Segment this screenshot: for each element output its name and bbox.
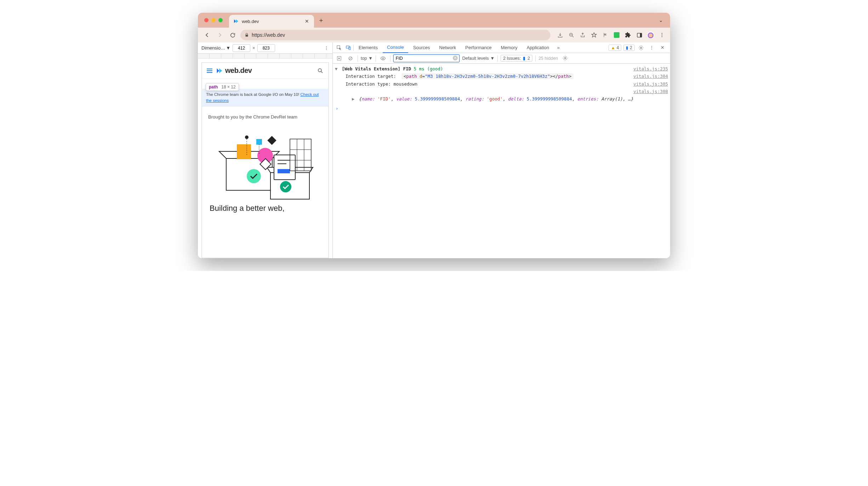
url-toolbar: https://web.dev — [198, 28, 670, 42]
zoom-icon[interactable] — [567, 31, 575, 39]
html-node[interactable]: <path d="M3 18h18v-2H3v2zm0-5h18v-2H3v2z… — [401, 73, 573, 79]
devtools-panel: Elements Console Sources Network Perform… — [333, 42, 670, 258]
banner-text: The Chrome team is back at Google I/O on… — [206, 92, 301, 97]
svg-point-3 — [662, 33, 662, 34]
download-icon[interactable] — [556, 31, 564, 39]
caret-down-icon: ▼ — [226, 45, 230, 51]
preview-brand[interactable]: web.dev — [216, 66, 252, 75]
tab-elements[interactable]: Elements — [354, 42, 382, 53]
log-label: Interaction type: — [346, 81, 391, 87]
minimize-window-button[interactable] — [211, 18, 216, 22]
svg-point-7 — [326, 48, 327, 48]
source-link[interactable]: vitals.js:308 — [629, 88, 668, 95]
svg-rect-15 — [256, 139, 262, 145]
warnings-pill[interactable]: ▲4 — [609, 45, 622, 51]
clear-filter-icon[interactable]: ✕ — [453, 56, 458, 60]
flag-icon[interactable] — [601, 31, 609, 39]
new-tab-button[interactable]: ＋ — [315, 16, 327, 24]
url-text: https://web.dev — [252, 32, 285, 38]
svg-point-29 — [247, 169, 261, 183]
source-link[interactable]: vitals.js:304 — [629, 73, 668, 80]
device-more-icon[interactable] — [324, 46, 329, 51]
tab-network[interactable]: Network — [435, 42, 461, 53]
tab-memory[interactable]: Memory — [497, 42, 522, 53]
ruler — [198, 54, 332, 59]
issues-pill[interactable]: 2 Issues: ▮ 2 — [501, 55, 532, 62]
disclosure-triangle-icon[interactable]: ▶ — [352, 95, 356, 103]
hamburger-icon[interactable] — [207, 69, 212, 73]
svg-point-44 — [382, 58, 384, 59]
extensions-puzzle-icon[interactable] — [624, 31, 632, 39]
settings-gear-icon[interactable] — [637, 44, 645, 52]
svg-point-4 — [662, 35, 662, 35]
maximize-window-button[interactable] — [218, 18, 223, 22]
titlebar: web.dev ✕ ＋ ⌄ — [198, 13, 670, 28]
profile-avatar[interactable] — [647, 31, 655, 39]
devrel-text: Brought to you by the Chrome DevRel team — [202, 106, 329, 123]
log-value: 5 ms (good) — [414, 66, 443, 71]
reload-button[interactable] — [228, 30, 238, 40]
disclosure-triangle-icon[interactable]: ▼ — [335, 65, 339, 73]
viewport-width-input[interactable] — [233, 44, 250, 52]
tab-application[interactable]: Application — [522, 42, 554, 53]
messages-count: 2 — [630, 45, 632, 50]
device-toggle-icon[interactable] — [344, 44, 353, 52]
forward-button[interactable] — [215, 30, 225, 40]
svg-point-5 — [662, 36, 662, 37]
filter-wrap: ✕ — [393, 54, 459, 62]
inspect-icon[interactable] — [335, 44, 343, 52]
log-label: Interaction target: — [346, 74, 396, 79]
share-icon[interactable] — [579, 31, 587, 39]
log-levels-select[interactable]: Default levels▼ — [462, 56, 495, 61]
caret-down-icon: ▼ — [368, 56, 372, 61]
console-settings-gear-icon[interactable] — [561, 54, 569, 63]
viewport-height-input[interactable] — [257, 44, 275, 52]
kebab-menu-icon[interactable] — [658, 31, 666, 39]
log-object[interactable]: ▶ {name: 'FID', value: 5.399999998509884… — [335, 95, 668, 103]
svg-rect-17 — [267, 136, 276, 145]
source-link[interactable]: vitals.js:305 — [629, 80, 668, 88]
browser-window: web.dev ✕ ＋ ⌄ https://web.dev — [198, 13, 670, 258]
live-expression-eye-icon[interactable] — [379, 54, 387, 63]
tab-list-caret-icon[interactable]: ⌄ — [659, 17, 663, 23]
browser-tab[interactable]: web.dev ✕ — [229, 15, 314, 28]
log-metric: FID — [403, 66, 411, 71]
devtools-close-icon[interactable]: ✕ — [658, 44, 667, 52]
issues-count: 2 — [527, 56, 530, 61]
sidepanel-icon[interactable] — [635, 31, 643, 39]
more-tabs-icon[interactable]: » — [554, 44, 563, 52]
tab-favicon — [233, 18, 239, 24]
search-icon[interactable] — [317, 68, 324, 74]
execution-play-icon[interactable] — [335, 54, 343, 63]
console-filter-input[interactable] — [393, 54, 459, 62]
svg-rect-13 — [237, 144, 251, 159]
tooltip-element: path — [209, 85, 218, 89]
back-button[interactable] — [202, 30, 212, 40]
clear-console-icon[interactable] — [346, 54, 355, 63]
console-output[interactable]: ▼ [Web Vitals Extension] FID 5 ms (good)… — [333, 64, 670, 258]
svg-point-30 — [280, 181, 291, 192]
tab-console[interactable]: Console — [383, 42, 408, 53]
close-window-button[interactable] — [204, 18, 209, 22]
source-link[interactable]: vitals.js:235 — [629, 65, 668, 73]
messages-pill[interactable]: ▮2 — [623, 45, 635, 51]
mobile-preview: web.dev path 18 × 12 The Chrome team is … — [201, 62, 329, 258]
tab-sources[interactable]: Sources — [409, 42, 434, 53]
tooltip-dimensions: 18 × 12 — [221, 85, 235, 89]
context-select[interactable]: top▼ — [361, 56, 373, 61]
dimension-separator: × — [252, 45, 255, 51]
hero-illustration — [216, 123, 315, 201]
preview-header: web.dev — [202, 63, 329, 79]
log-levels-label: Default levels — [462, 56, 489, 61]
bookmark-star-icon[interactable] — [590, 31, 598, 39]
hidden-count[interactable]: 25 hidden — [538, 56, 558, 61]
device-select[interactable]: Dimensio… ▼ — [201, 45, 230, 51]
console-prompt[interactable]: › — [335, 105, 668, 112]
tab-close-icon[interactable]: ✕ — [305, 18, 309, 24]
address-bar[interactable]: https://web.dev — [240, 30, 550, 40]
devtools-kebab-icon[interactable] — [647, 44, 656, 52]
log-line: Interaction type: mousedown vitals.js:30… — [335, 80, 668, 88]
tab-performance[interactable]: Performance — [461, 42, 496, 53]
extension-square-icon[interactable] — [613, 31, 621, 39]
console-toolbar: top▼ ✕ Default levels▼ 2 Issues: ▮ 2 — [333, 53, 670, 64]
